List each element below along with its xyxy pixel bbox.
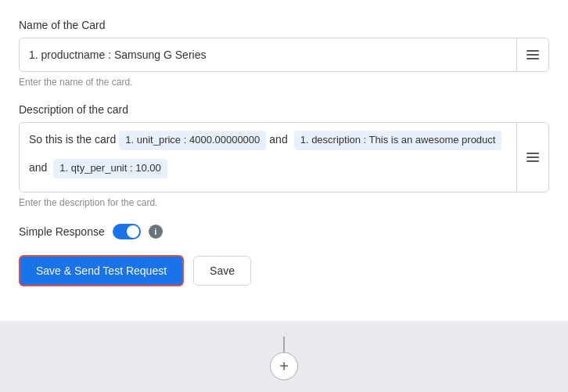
description-hint: Enter the description for the card.: [19, 197, 549, 208]
desc-line1-prefix: So this is the card: [29, 131, 116, 148]
add-button[interactable]: +: [270, 352, 298, 380]
name-field-label: Name of the Card: [19, 19, 549, 31]
save-button[interactable]: Save: [193, 256, 251, 286]
name-hamburger-button[interactable]: [517, 38, 549, 72]
hamburger-icon: [527, 50, 539, 59]
desc-tag-qty: 1. qty_per_unit : 10.00: [53, 159, 167, 178]
simple-response-toggle[interactable]: [113, 224, 141, 239]
action-buttons-row: Save & Send Test Request Save: [19, 255, 549, 286]
info-icon[interactable]: i: [149, 225, 163, 239]
simple-response-label: Simple Response: [19, 225, 105, 238]
description-hamburger-button[interactable]: [517, 122, 549, 192]
description-field-label: Description of the card: [19, 103, 549, 116]
desc-tag-unit-price: 1. unit_price : 4000.00000000: [119, 131, 266, 150]
name-value: 1. productname : Samsung G Series: [29, 49, 206, 61]
connector-line-top: [283, 336, 285, 352]
name-input[interactable]: 1. productname : Samsung G Series: [19, 38, 517, 72]
desc-line2-and: and: [29, 159, 47, 176]
name-input-row: 1. productname : Samsung G Series: [19, 38, 549, 72]
hamburger-icon-desc: [527, 153, 539, 162]
simple-response-row: Simple Response i: [19, 224, 549, 239]
desc-tag-description: 1. description : This is an awesome prod…: [294, 131, 502, 150]
desc-line1-and: and: [269, 131, 287, 148]
description-input-row: So this is the card 1. unit_price : 4000…: [19, 122, 549, 192]
name-hint: Enter the name of the card.: [19, 77, 549, 88]
footer-area: +: [0, 321, 568, 392]
description-input[interactable]: So this is the card 1. unit_price : 4000…: [19, 122, 517, 192]
save-and-send-button[interactable]: Save & Send Test Request: [19, 255, 184, 286]
